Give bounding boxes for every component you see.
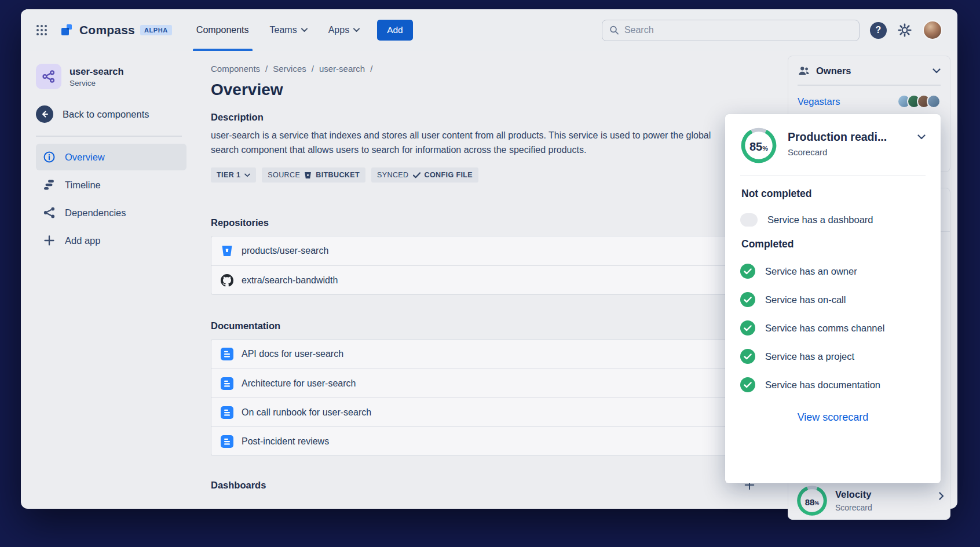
velocity-percent: 88% (796, 485, 828, 519)
completed-heading: Completed (741, 238, 926, 250)
component-type: Service (70, 79, 124, 87)
bitbucket-icon (304, 172, 312, 179)
owners-header: Owners (798, 64, 941, 77)
dashboards-heading: Dashboards (211, 480, 266, 491)
settings-gear-icon[interactable] (897, 23, 912, 38)
tab-teams[interactable]: Teams (270, 9, 308, 51)
synced-tag: SYNCED CONFIG FILE (371, 167, 478, 183)
source-label: SOURCE (268, 171, 300, 179)
criterion-label: Service has documentation (765, 380, 880, 391)
criterion-label: Service has a dashboard (767, 214, 873, 225)
popup-collapse-toggle[interactable] (917, 134, 926, 140)
help-icon[interactable]: ? (870, 22, 887, 39)
search-icon (609, 25, 619, 35)
document-icon (221, 377, 233, 390)
back-to-components[interactable]: Back to components (36, 105, 187, 123)
popup-title-row: Production readi... (788, 130, 926, 144)
popup-header: 85% Production readi... Scorecard (740, 127, 926, 166)
criterion-row: Service has a dashboard (740, 213, 926, 227)
velocity-open-chevron[interactable] (939, 492, 944, 500)
tier-label: TIER 1 (217, 171, 240, 179)
not-completed-heading: Not completed (741, 188, 926, 200)
documentation-name: On call runbook for user-search (242, 407, 371, 418)
team-avatars (897, 94, 941, 108)
user-avatar[interactable] (923, 20, 942, 40)
tier-tag[interactable]: TIER 1 (211, 167, 256, 183)
search-box[interactable] (602, 20, 860, 41)
sidebar-item-add-app[interactable]: Add app (36, 227, 187, 254)
documentation-row[interactable]: Architecture for user-search (211, 369, 755, 398)
avatar[interactable] (927, 94, 941, 108)
check-circle-icon (740, 264, 755, 279)
alpha-badge: ALPHA (140, 25, 172, 35)
documentation-row[interactable]: API docs for user-search (211, 340, 755, 369)
grid-icon (36, 24, 47, 36)
velocity-scorecard-row[interactable]: 88% Velocity Scorecard (796, 485, 944, 519)
info-icon (43, 151, 56, 163)
breadcrumb-components[interactable]: Components (211, 64, 260, 74)
repository-row[interactable]: products/user-search (211, 236, 755, 265)
breadcrumb-services[interactable]: Services (273, 64, 306, 74)
check-circle-icon (740, 292, 755, 307)
tab-apps[interactable]: Apps (328, 9, 360, 51)
popup-title: Production readi... (788, 130, 887, 144)
criterion-label: Service has an owner (765, 266, 857, 277)
document-icon (221, 348, 233, 360)
app-switcher-icon[interactable] (36, 24, 47, 36)
scorecard-percent: 85% (740, 127, 777, 166)
check-circle-icon (740, 377, 755, 392)
dependencies-icon (43, 206, 56, 219)
check-circle-icon (740, 349, 755, 364)
description-text: user-search is a service that indexes an… (211, 129, 734, 157)
pending-circle-icon (740, 213, 758, 227)
dashboards-section: Dashboards (211, 479, 755, 491)
criterion-row: Service has an owner (740, 264, 926, 279)
team-link[interactable]: Vegastars (798, 96, 840, 107)
page-title: Overview (211, 81, 788, 99)
document-icon (221, 435, 233, 448)
breadcrumb-user-search[interactable]: user-search (319, 64, 365, 74)
timeline-icon (43, 178, 56, 191)
compass-logo[interactable]: Compass ALPHA (60, 23, 172, 37)
component-titles: user-search Service (70, 66, 124, 87)
sidebar-item-dependencies[interactable]: Dependencies (36, 199, 187, 226)
back-circle (36, 105, 53, 123)
owners-collapse-toggle[interactable] (933, 68, 941, 74)
check-circle-icon (740, 320, 755, 336)
people-icon (798, 64, 810, 77)
criterion-label: Service has comms channel (765, 323, 884, 334)
sidebar-item-overview[interactable]: Overview (36, 144, 187, 170)
percent-symbol: % (762, 145, 768, 152)
arrow-left-icon (40, 110, 49, 119)
documentation-name: API docs for user-search (242, 349, 343, 359)
sidebar-item-label: Dependencies (65, 207, 126, 218)
repositories-heading: Repositories (211, 217, 788, 228)
criterion-label: Service has on-call (765, 294, 846, 305)
criterion-label: Service has a project (765, 351, 854, 362)
documentation-row[interactable]: On call runbook for user-search (211, 398, 755, 426)
scorecard-popup: 85% Production readi... Scorecard Not co… (725, 114, 941, 483)
add-button[interactable]: Add (377, 20, 413, 41)
view-scorecard-link[interactable]: View scorecard (740, 411, 926, 424)
owners-divider (798, 85, 941, 86)
search-input[interactable] (624, 25, 852, 35)
tab-components[interactable]: Components (196, 9, 249, 51)
tags-row: TIER 1 SOURCE BITBUCKET SYNCED CONFIG FI… (211, 167, 788, 183)
velocity-titles: Velocity Scorecard (835, 485, 872, 512)
velocity-subtitle: Scorecard (835, 503, 872, 512)
repository-row[interactable]: extra/search-bandwidth (211, 265, 755, 294)
plus-icon (43, 234, 56, 247)
synced-value: CONFIG FILE (425, 171, 473, 179)
documentation-row[interactable]: Post-incident reviews (211, 426, 755, 455)
velocity-title: Velocity (835, 489, 872, 500)
sidebar-item-timeline[interactable]: Timeline (36, 172, 187, 198)
sidebar-nav: Overview Timeline Dependencies Add app (36, 144, 187, 254)
component-name: user-search (70, 66, 124, 77)
brand-name: Compass (79, 23, 135, 37)
owner-team-row: Vegastars (798, 94, 941, 108)
scorecard-progress-ring: 85% (740, 127, 777, 166)
synced-label: SYNCED (377, 171, 409, 179)
component-branch-icon (42, 70, 56, 83)
owners-title: Owners (816, 65, 851, 76)
github-icon (221, 274, 233, 287)
